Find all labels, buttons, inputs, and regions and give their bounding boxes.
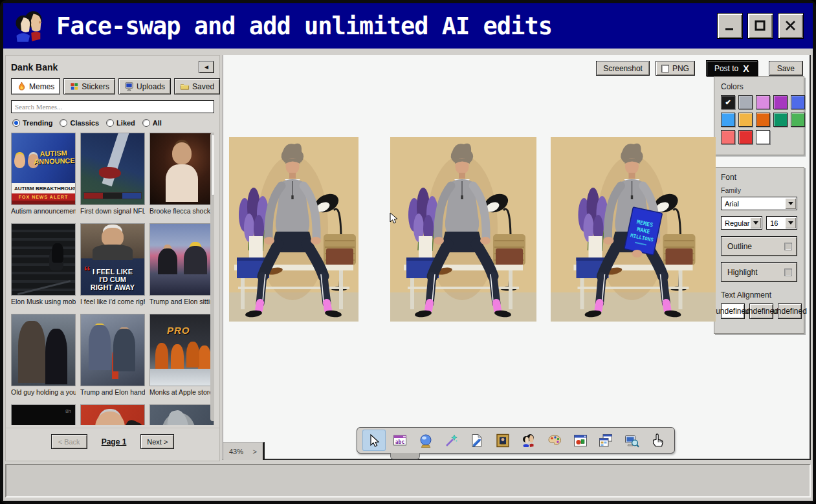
radio-button[interactable] [12,119,20,127]
align-center-button[interactable]: undefined [749,303,773,319]
meme-item: Elon Musk using mobile ... [11,223,76,305]
meme-thumb-facepalm[interactable] [149,404,214,425]
tool-search-computer[interactable] [620,430,643,451]
color-swatch-4f6be8[interactable] [791,95,805,109]
highlight-toggle[interactable]: Highlight [721,262,797,282]
banner-text: AUTISM BREAKTHROUGH [12,183,75,193]
alignment-label: Text Alignment [721,290,797,300]
chevron-down-icon[interactable] [750,217,761,228]
zoom-control[interactable]: 43% > [223,442,265,460]
tab-label: Stickers [82,82,109,91]
color-swatches: ✔ [721,95,797,144]
tool-edit-document[interactable] [465,430,489,451]
pagination: < Back Page 1 Next > [6,428,219,455]
zoom-expand-chevron[interactable]: > [253,448,257,455]
color-swatch-0d9467[interactable] [773,113,788,127]
meme-thumb-monks[interactable]: PRO [149,314,214,386]
filter-liked[interactable]: Liked [106,119,135,127]
color-swatch-da8be0[interactable] [756,95,770,109]
color-swatch-4cb457[interactable] [791,113,805,127]
radio-button[interactable] [60,119,67,127]
font-family-select[interactable]: Arial [721,197,797,210]
align-right-button[interactable]: undefined [778,303,802,319]
color-swatch-ffffff[interactable] [756,130,770,144]
tab-label: Uploads [137,82,165,91]
color-swatch-f2b545[interactable] [738,113,753,127]
scrollbar-thumb[interactable] [211,134,214,196]
tool-paint-palette[interactable] [543,430,566,451]
tab-memes[interactable]: Memes [11,78,60,94]
outline-toggle[interactable]: Outline [721,236,797,256]
search-input[interactable] [11,100,214,113]
meme-item: AUTISMANNOUNCEMENTAUTISM BREAKTHROUGHFOX… [11,133,76,215]
toolbar-handle[interactable] [390,453,420,459]
color-swatch-3da2f5[interactable] [721,113,735,127]
tool-magic-wand[interactable] [439,430,463,451]
meme-thumb-oldguy[interactable] [11,314,76,386]
tool-hand-pointer[interactable] [646,430,669,451]
meme-item: Old guy holding a young ... [11,314,76,396]
save-button[interactable]: Save [769,61,803,76]
sidebar-collapse-button[interactable]: ◄ [199,61,214,73]
filter-radios: TrendingClassicsLikedAll [12,119,214,127]
radio-button[interactable] [106,119,114,127]
editor-canvas[interactable]: Screenshot PNG Post to X Save Colors ✔ F… [223,55,811,460]
post-to-x-button[interactable]: Post to X [706,60,758,76]
tool-crystal-ball[interactable] [414,430,437,451]
filter-label: All [153,119,162,127]
sidebar-title: Dank Bank [11,62,58,72]
png-checkbox[interactable] [661,65,669,72]
tool-text-tool[interactable]: abc [388,430,412,451]
close-button[interactable] [778,13,804,39]
meme-thumb-autism[interactable]: AUTISMANNOUNCEMENTAUTISM BREAKTHROUGHFOX… [11,133,76,205]
color-swatch-e2660f[interactable] [756,113,770,127]
meme-thumb-tweet[interactable]: 8h○⇄♡▩ [11,404,76,425]
meme-thumb-stadium[interactable] [11,223,76,296]
tool-image-window[interactable] [569,430,592,451]
filter-trending[interactable]: Trending [12,119,52,127]
meme-thumb-commentator[interactable]: I FEEL LIKEI'D CUMRIGHT AWAY [80,223,145,296]
filter-classics[interactable]: Classics [60,119,99,127]
maximize-button[interactable] [747,13,773,39]
meme-item: Brooke flecca shocked [149,133,214,215]
tool-windows-cascade[interactable] [594,430,617,451]
color-swatch-f77070[interactable] [721,130,735,144]
tab-saved[interactable]: Saved [174,78,220,94]
radio-button[interactable] [142,119,150,127]
screenshot-button[interactable]: Screenshot [596,61,650,76]
karp-meme-2[interactable] [390,137,536,322]
font-panel: Font Family Arial Regular 16 Outline [714,167,804,334]
meme-thumb-handshake[interactable] [80,314,145,386]
tab-uploads[interactable]: Uploads [118,78,171,94]
minimize-button[interactable] [717,13,743,39]
page-indicator[interactable]: Page 1 [102,437,127,446]
meme-thumb-sitting[interactable] [149,223,214,296]
colors-panel: Colors ✔ [714,76,804,155]
filter-all[interactable]: All [142,119,162,127]
font-weight-select[interactable]: Regular [721,216,762,230]
tool-select-cursor[interactable] [362,430,386,451]
png-toggle-button[interactable]: PNG [656,61,695,76]
meme-thumb-brooke[interactable] [149,133,214,205]
tab-stickers[interactable]: Stickers [63,78,115,94]
karp-meme-3[interactable]: MEMES MAKE MILLIONS [551,137,716,322]
color-swatch-e23030[interactable] [738,130,753,144]
chevron-down-icon[interactable] [785,217,796,228]
meme-thumb-nfl[interactable] [80,133,145,205]
meme-thumb-mourinho[interactable] [80,404,145,425]
font-size-select[interactable]: 16 [766,216,797,230]
color-swatch-1b1b1b[interactable]: ✔ [721,95,735,109]
chevron-down-icon[interactable] [785,198,796,209]
next-button[interactable]: Next > [140,434,174,449]
tool-picture-frame[interactable] [491,430,514,451]
color-swatch-a9aeb7[interactable] [738,95,753,109]
meme-item: 8h○⇄♡▩ [11,404,76,425]
back-button[interactable]: < Back [51,434,87,449]
computer-icon [124,82,134,91]
color-swatch-a637bf[interactable] [773,95,788,109]
meme-item: I FEEL LIKEI'D CUMRIGHT AWAYI feel like … [80,223,145,305]
karp-meme-1[interactable] [229,137,358,322]
meme-scrollbar[interactable] [210,133,214,421]
tool-face-swap[interactable] [517,430,540,451]
align-left-button[interactable]: undefined [721,303,745,319]
